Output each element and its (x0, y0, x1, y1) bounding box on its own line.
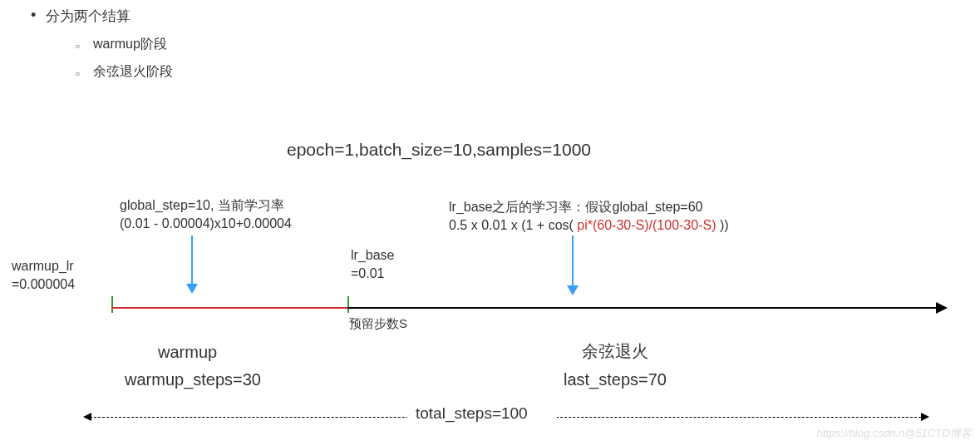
lrbase-line1: lr_base (351, 246, 394, 265)
cosine-name-label: 余弦退火 (582, 339, 648, 363)
watermark: https://blog.csdn.n@51CTO博客 (817, 426, 972, 441)
arrow-right-icon (921, 413, 929, 421)
arrow-down-icon (191, 235, 193, 292)
bullet-sub-cosine: 余弦退火阶段 (93, 63, 173, 81)
lr-base-label: lr_base =0.01 (351, 246, 394, 284)
bullet-sub-warmup: warmup阶段 (93, 36, 167, 53)
last-steps-label: last_steps=70 (564, 368, 667, 391)
lrbase-line2: =0.01 (351, 265, 394, 283)
warmup-lr-line2: =0.000004 (12, 275, 75, 294)
global-step-10-label: global_step=10, 当前学习率 (0.01 - 0.00004)x1… (120, 196, 292, 234)
tick-lrbase (347, 296, 349, 313)
after-line2-b: )) (716, 218, 728, 232)
warmup-lr-line1: warmup_lr (12, 257, 75, 275)
after-line1: lr_base之后的学习率：假设global_step=60 (449, 198, 729, 216)
hold-steps-label: 预留步数S (349, 315, 407, 332)
diagram-title: epoch=1,batch_size=10,samples=1000 (287, 140, 591, 160)
warmup-name-label: warmup (158, 340, 217, 364)
arrow-down-icon (572, 235, 574, 294)
total-steps-label: total_steps=100 (416, 403, 528, 425)
gs10-line1: global_step=10, 当前学习率 (120, 196, 292, 215)
tick-start (111, 296, 113, 313)
after-line2-red: pi*(60-30-S)/(100-30-S) (577, 218, 716, 232)
gs10-line2: (0.01 - 0.00004)x10+0.00004 (120, 215, 292, 233)
bullet-main: 分为两个结算 (46, 7, 131, 26)
arrow-right-icon (936, 302, 948, 314)
after-line2-a: 0.5 x 0.01 x (1 + cos( (449, 218, 577, 232)
axis-warmup-segment (111, 307, 347, 309)
after-lrbase-label: lr_base之后的学习率：假设global_step=60 0.5 x 0.0… (449, 198, 729, 235)
axis-cosine-segment (347, 307, 946, 309)
warmup-lr-label: warmup_lr =0.000004 (12, 257, 75, 295)
after-line2: 0.5 x 0.01 x (1 + cos( pi*(60-30-S)/(100… (449, 216, 729, 235)
warmup-steps-label: warmup_steps=30 (125, 368, 261, 391)
